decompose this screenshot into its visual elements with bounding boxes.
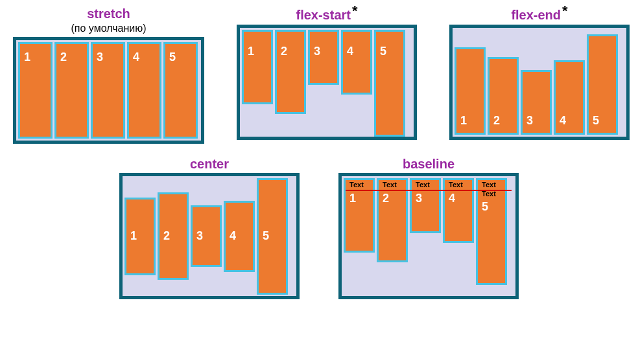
flex-item: 2: [488, 57, 519, 135]
item-label: 2: [383, 192, 406, 205]
flex-item: 1: [242, 30, 273, 104]
item-label: 3: [526, 114, 550, 128]
container-stretch: 1 2 3 4 5: [13, 37, 204, 144]
item-label: 4: [347, 45, 370, 58]
panel-center: center 1 2 3 4 5: [119, 157, 300, 299]
item-label: 4: [449, 192, 472, 205]
flex-item: 4: [341, 30, 372, 95]
item-label: 4: [133, 51, 160, 64]
item-label: 2: [493, 114, 517, 128]
flex-item: 5: [374, 30, 405, 137]
container-flex-start: 1 2 3 4 5: [237, 25, 417, 140]
panel-baseline: baseline Text 1 Text 2 Text 3 Text 4 Tex…: [338, 157, 519, 299]
panel-flex-end: flex-end* 1 2 3 4 5: [449, 6, 630, 144]
item-text: Text: [449, 181, 472, 189]
flex-item: 4: [127, 42, 161, 139]
item-text: Text: [349, 181, 373, 189]
panel-flex-start: flex-start* 1 2 3 4 5: [237, 6, 417, 144]
item-label: 3: [97, 51, 123, 64]
flex-item: 1: [455, 47, 486, 135]
flex-item: 1: [124, 198, 156, 275]
flex-item: 4: [224, 201, 255, 272]
panel-title-flex-start: flex-start*: [296, 6, 357, 23]
flex-item: Text 4: [443, 178, 474, 243]
flex-item: 1: [18, 42, 53, 139]
item-text: Text: [482, 181, 505, 189]
flex-item: 5: [587, 34, 618, 135]
flex-item: 3: [521, 70, 552, 135]
flex-item: 5: [163, 42, 198, 139]
flex-item: 3: [91, 42, 125, 139]
container-baseline: Text 1 Text 2 Text 3 Text 4 Text Text 5: [338, 173, 519, 299]
item-text: Text: [383, 181, 406, 189]
item-text: Text: [482, 190, 505, 198]
item-label: 1: [349, 192, 373, 205]
flex-item: 2: [158, 192, 189, 280]
panel-stretch: stretch (по умолчанию) 1 2 3 4 5: [13, 6, 204, 144]
panel-title-flex-end: flex-end*: [511, 6, 567, 23]
flex-item: 2: [54, 42, 89, 139]
item-label: 5: [169, 51, 196, 64]
item-text: Text: [416, 181, 439, 189]
asterisk-icon: *: [352, 3, 358, 19]
item-label: 1: [130, 229, 154, 243]
item-label: 1: [24, 51, 51, 64]
item-label: 3: [416, 192, 439, 205]
asterisk-icon: *: [562, 3, 568, 19]
container-flex-end: 1 2 3 4 5: [449, 25, 630, 140]
item-label: 4: [230, 229, 253, 243]
container-center: 1 2 3 4 5: [119, 173, 300, 299]
panel-subtitle-stretch: (по умолчанию): [71, 23, 146, 34]
flex-item: Text Text 5: [476, 178, 507, 285]
flex-item: Text 3: [410, 178, 441, 233]
item-label: 5: [482, 200, 505, 214]
item-label: 2: [281, 45, 304, 58]
item-label: 1: [248, 45, 271, 58]
flex-item: 5: [257, 178, 288, 295]
item-label: 3: [314, 45, 337, 58]
item-label: 1: [460, 114, 484, 128]
flex-item: 2: [275, 30, 306, 114]
baseline-indicator-line: [346, 190, 512, 191]
item-label: 5: [380, 45, 403, 58]
title-text: flex-start: [296, 8, 350, 22]
item-label: 5: [263, 229, 286, 243]
flex-item: 4: [554, 60, 585, 135]
flex-item: 3: [308, 30, 339, 85]
item-label: 4: [560, 114, 583, 128]
item-label: 2: [60, 51, 87, 64]
panel-title-center: center: [190, 157, 229, 172]
item-label: 2: [163, 229, 187, 243]
panel-title-stretch: stretch: [87, 6, 130, 21]
panel-title-baseline: baseline: [403, 157, 455, 172]
flex-item: 3: [191, 205, 222, 267]
item-label: 5: [593, 114, 616, 128]
item-label: 3: [196, 229, 220, 243]
title-text: flex-end: [511, 8, 561, 22]
